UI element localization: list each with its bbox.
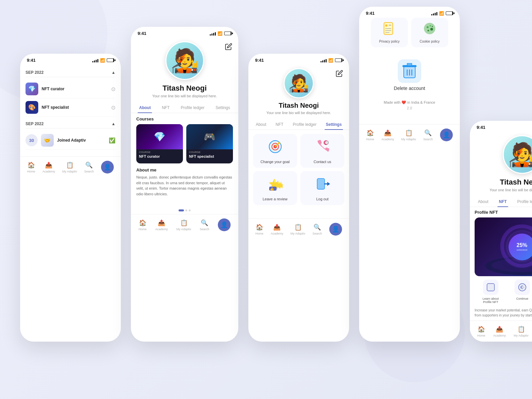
contact-label: Contact us	[313, 160, 331, 164]
learn-about-btn[interactable]: 📖 Learn aboutProfile NFT	[483, 280, 499, 304]
status-icons-4: 📶	[431, 11, 453, 16]
nav-myadaptiv-2[interactable]: 📋 My Adaptiv	[176, 219, 191, 231]
home-icon-4: 🏠	[367, 129, 374, 137]
nav-academy-2[interactable]: 📤 Academy	[155, 219, 168, 231]
svg-text:⭐: ⭐	[277, 182, 283, 189]
edit-icon-3[interactable]	[336, 70, 343, 77]
tab-settings-2[interactable]: Settings	[214, 103, 231, 113]
myadaptiv-icon-2: 📋	[180, 219, 188, 227]
nft-content: Profile NFT	[470, 210, 532, 318]
nav-search-1[interactable]: 🔍 Search	[84, 161, 94, 173]
tab-ledger-5[interactable]: Profile ledger	[516, 197, 532, 207]
status-bar-5: 9:41 📶	[470, 121, 532, 132]
continue-btn[interactable]: Continue	[515, 280, 530, 304]
nav-academy-4[interactable]: 📤 Academy	[381, 129, 394, 141]
privacy-label: Privacy policy	[379, 40, 399, 43]
nav-myadaptiv-5[interactable]: 📋 My Adaptiv	[514, 326, 528, 337]
nav-academy-5[interactable]: 📤 Academy	[493, 326, 506, 337]
nft-description: Increase your market potential, earn Qua…	[475, 308, 532, 318]
nav-profile-3[interactable]: 👤	[329, 223, 342, 236]
tab-nft-3[interactable]: NFT	[274, 119, 285, 130]
nav-home-3[interactable]: 🏠 Home	[255, 223, 263, 235]
svg-rect-16	[385, 24, 387, 27]
dot-2	[185, 209, 187, 211]
spacer-4	[359, 114, 460, 124]
tab-ledger-3[interactable]: Profile ledger	[291, 119, 318, 130]
nav-home-4[interactable]: 🏠 Home	[366, 129, 374, 141]
timeline-item-2: 🎨 NFT specialist ⊙	[26, 98, 115, 117]
about-me-text: Neque, justo. donec pellentesque dictum …	[136, 174, 233, 197]
nav-myadaptiv-4[interactable]: 📋 My Adaptiv	[401, 129, 416, 141]
nav-home-2[interactable]: 🏠 Home	[139, 219, 147, 231]
course-img-1: 💎	[136, 124, 183, 149]
phone-settings: 9:41 📶 🧑‍🎤 Titash Neogi Your one	[248, 54, 349, 342]
settings-review[interactable]: ⭐ ⭐ ⭐ 👍 Leave a review	[253, 171, 297, 205]
nav-myadaptiv-3[interactable]: 📋 My Adaptiv	[290, 223, 305, 235]
nav-home-5[interactable]: 🏠 Home	[477, 326, 485, 337]
academy-icon-1: 📤	[45, 161, 52, 169]
settings-change-goal[interactable]: Change your goal	[253, 134, 297, 168]
course-card-1[interactable]: 💎 Course NFT curator	[136, 124, 183, 163]
myadaptiv-icon-4: 📋	[405, 129, 413, 137]
contact-icon: 💬	[315, 139, 330, 157]
status-bar-3: 9:41 📶	[248, 54, 349, 65]
tab-nft-5[interactable]: NFT	[497, 197, 508, 207]
profile-avatar-btn-1[interactable]: 👤	[101, 161, 114, 173]
spacer-3	[248, 205, 349, 218]
avatar-wrap-3: 🧑‍🎤	[248, 68, 349, 98]
timeline-chevron-1[interactable]: ▲	[111, 70, 115, 75]
signal-3	[321, 58, 327, 62]
time-1: 9:41	[27, 58, 36, 63]
nft-actions: 📖 Learn aboutProfile NFT Cont	[475, 276, 532, 305]
academy-icon-2: 📤	[158, 219, 165, 227]
tab-about-5[interactable]: About	[477, 197, 490, 207]
spacer-2	[131, 197, 238, 207]
timeline-thumb-1: 💎	[26, 83, 38, 95]
nav-search-2[interactable]: 🔍 Search	[200, 219, 209, 231]
search-icon-1: 🔍	[85, 161, 93, 169]
nav-profile-1[interactable]: 👤	[101, 161, 114, 173]
svg-point-26	[432, 26, 433, 27]
cookie-label: Cookie policy	[420, 40, 439, 43]
nav-search-4[interactable]: 🔍 Search	[423, 129, 433, 141]
profile-avatar-btn-2[interactable]: 👤	[218, 218, 231, 231]
edit-icon-2[interactable]	[225, 43, 232, 50]
timeline-info-2: NFT specialist	[42, 105, 108, 110]
profile-avatar-btn-4[interactable]: 👤	[440, 129, 453, 141]
tab-about-3[interactable]: About	[254, 119, 268, 130]
tab-settings-3[interactable]: Settings	[325, 119, 343, 130]
made-with: Made with ❤️ in India & France	[364, 100, 455, 105]
course-card-2[interactable]: 🎮 Course NFT specialist	[186, 124, 233, 163]
course-progress-1	[139, 160, 180, 161]
nav-academy-1[interactable]: 📤 Academy	[42, 161, 55, 173]
tab-nft-2[interactable]: NFT	[160, 103, 171, 113]
tab-ledger-2[interactable]: Profile ledger	[179, 103, 206, 113]
cookie-policy-card[interactable]: Cookie policy	[411, 18, 448, 47]
nav-home-1[interactable]: 🏠 Home	[27, 161, 35, 173]
nav-search-3[interactable]: 🔍 Search	[312, 223, 322, 235]
dot-3	[189, 209, 191, 211]
privacy-policy-card[interactable]: Privacy policy	[371, 18, 408, 47]
settings-contact[interactable]: 💬 Contact us	[300, 134, 344, 168]
nav-profile-2[interactable]: 👤	[218, 218, 231, 231]
avatar-3: 🧑‍🎤	[284, 68, 314, 98]
timeline-info-1: NFT curator	[42, 87, 108, 91]
svg-point-24	[430, 28, 433, 31]
version: 2.0	[364, 106, 455, 110]
svg-rect-41	[522, 286, 523, 289]
profile-avatar-btn-3[interactable]: 👤	[329, 223, 342, 236]
nav-academy-3[interactable]: 📤 Academy	[271, 223, 283, 235]
delete-content: Privacy policy Cookie policy	[359, 18, 460, 110]
nav-profile-4[interactable]: 👤	[440, 129, 453, 141]
tab-about-2[interactable]: About	[138, 103, 152, 113]
tabs-3: About NFT Profile ledger Settings	[248, 119, 349, 130]
goal-icon	[268, 139, 283, 157]
courses-title: Courses	[136, 116, 233, 121]
timeline-title-1: NFT curator	[42, 87, 108, 91]
phone-delete: 9:41 📶	[359, 7, 460, 342]
settings-logout[interactable]: Log out	[300, 171, 344, 205]
academy-icon-4: 📤	[384, 129, 391, 137]
nav-myadaptiv-1[interactable]: 📋 My Adaptiv	[62, 161, 77, 173]
timeline-chevron-2[interactable]: ▲	[111, 121, 115, 126]
wifi-3: 📶	[328, 58, 333, 63]
